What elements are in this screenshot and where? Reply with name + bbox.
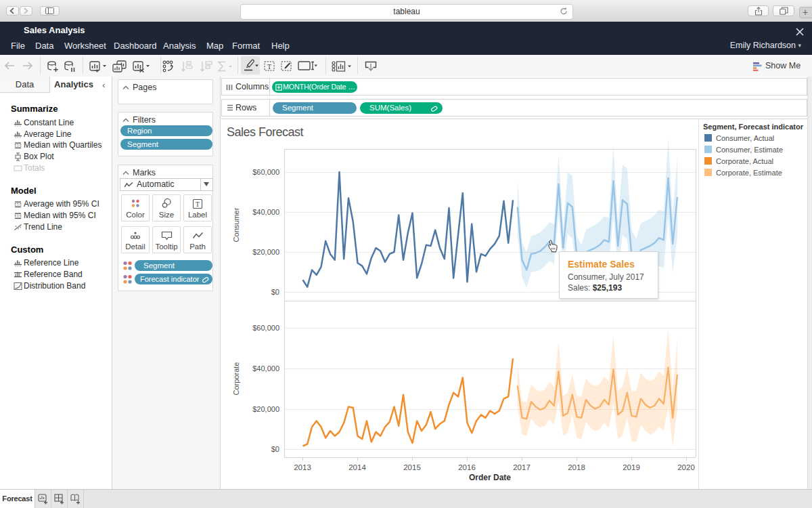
svg-text:T: T [196,201,200,208]
svg-text:T: T [267,63,271,70]
